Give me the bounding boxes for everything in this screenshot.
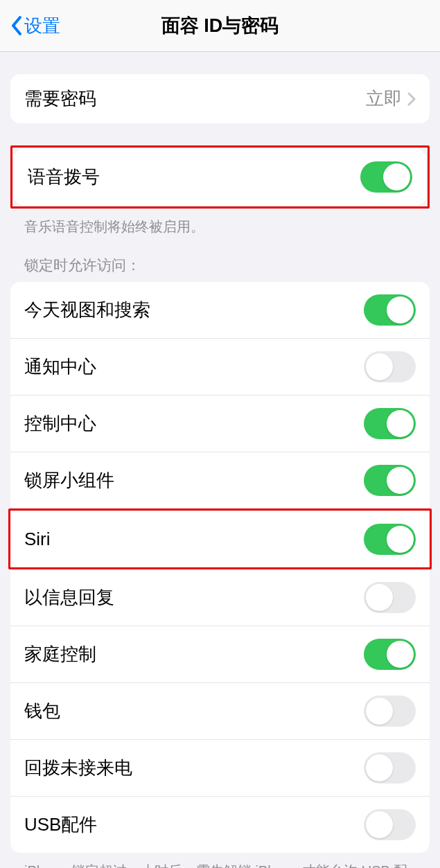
locked-access-toggle[interactable]	[364, 351, 416, 382]
locked-access-label: 钱包	[24, 699, 60, 723]
locked-access-label: 通知中心	[24, 355, 96, 379]
locked-access-row: USB配件	[10, 796, 430, 853]
voice-dial-label: 语音拨号	[28, 165, 100, 189]
locked-access-label: 回拨未接来电	[24, 756, 132, 780]
voice-dial-group: 语音拨号	[14, 149, 426, 205]
header-bar: 设置 面容 ID与密码	[0, 0, 440, 52]
locked-access-row: Siri	[10, 511, 430, 567]
back-button[interactable]: 设置	[10, 14, 60, 38]
locked-access-row: 以信息回复	[10, 569, 430, 626]
locked-access-label: 家庭控制	[24, 642, 96, 666]
locked-access-toggle[interactable]	[364, 696, 416, 727]
voice-dial-highlight: 语音拨号	[10, 145, 430, 209]
locked-access-toggle[interactable]	[364, 294, 416, 326]
locked-access-label: Siri	[24, 529, 51, 550]
require-passcode-value-wrap: 立即	[366, 87, 416, 111]
locked-access-row: 钱包	[10, 682, 430, 739]
locked-access-row: 通知中心	[10, 338, 430, 395]
locked-access-row: 今天视图和搜索	[10, 282, 430, 338]
voice-dial-toggle[interactable]	[360, 161, 412, 193]
require-passcode-label: 需要密码	[24, 87, 96, 111]
locked-access-label: 以信息回复	[24, 585, 114, 610]
locked-access-row: 控制中心	[10, 395, 430, 452]
locked-access-row: 锁屏小组件	[10, 452, 430, 508]
locked-access-toggle[interactable]	[364, 809, 416, 840]
locked-access-toggle[interactable]	[364, 408, 416, 439]
voice-dial-footer: 音乐语音控制将始终被启用。	[10, 209, 430, 236]
locked-access-toggle[interactable]	[364, 524, 416, 555]
locked-access-group: 今天视图和搜索通知中心控制中心锁屏小组件Siri以信息回复家庭控制钱包回拨未接来…	[10, 282, 430, 853]
require-passcode-group: 需要密码 立即	[10, 74, 430, 123]
locked-access-label: 今天视图和搜索	[24, 298, 150, 322]
locked-access-footer: iPhone 锁定超过一小时后，需先解锁 iPhone 才能允许 USB 配件连…	[10, 853, 430, 868]
locked-access-toggle[interactable]	[364, 639, 416, 670]
locked-access-label: USB配件	[24, 813, 97, 837]
back-label: 设置	[24, 14, 60, 38]
chevron-left-icon	[10, 15, 23, 36]
chevron-right-icon	[407, 92, 416, 106]
locked-access-toggle[interactable]	[364, 752, 416, 783]
locked-access-toggle[interactable]	[364, 582, 416, 613]
require-passcode-row[interactable]: 需要密码 立即	[10, 74, 430, 123]
locked-access-toggle[interactable]	[364, 465, 416, 496]
page-title: 面容 ID与密码	[161, 13, 279, 38]
locked-access-header: 锁定时允许访问：	[10, 236, 430, 282]
locked-access-label: 控制中心	[24, 411, 96, 436]
siri-highlight: Siri	[8, 508, 432, 569]
require-passcode-value: 立即	[366, 87, 402, 111]
locked-access-row: 家庭控制	[10, 626, 430, 682]
voice-dial-row: 语音拨号	[14, 149, 426, 205]
locked-access-label: 锁屏小组件	[24, 468, 114, 493]
locked-access-row: 回拨未接来电	[10, 739, 430, 796]
